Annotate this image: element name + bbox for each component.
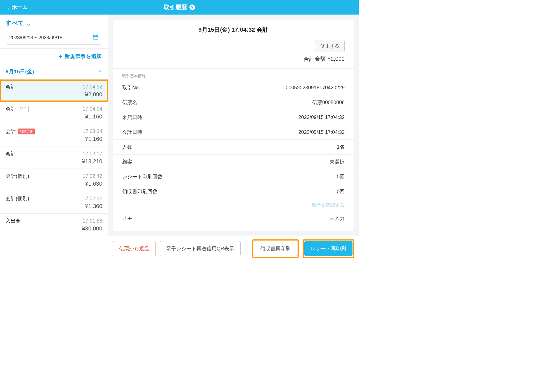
transaction-amount: ¥1,360 <box>6 203 102 209</box>
transaction-type: 会計訂正 <box>6 106 29 112</box>
info-value: 00052023​0915​1704​20229 <box>286 85 345 91</box>
total-amount: 合計金額 ¥2,090 <box>113 55 354 69</box>
info-label: 会計日時 <box>122 129 142 136</box>
date-range-input[interactable]: 2023/09/13 ~ 2023/09/15 <box>6 31 102 45</box>
status-badge: 削除済み <box>18 129 35 134</box>
info-value: 0回 <box>337 188 345 195</box>
chevron-left-icon <box>7 6 10 9</box>
info-section-title: 取引基本情報 <box>113 69 354 80</box>
detail-panel: 9月15日(金) 17:04:32 会計 修正する 合計金額 ¥2,090 取引… <box>108 15 359 261</box>
transaction-time: 17:04:32 <box>83 84 102 90</box>
memo-label: メモ <box>122 215 132 222</box>
transaction-amount: ¥1,630 <box>6 181 102 187</box>
edit-button[interactable]: 修正する <box>315 40 345 52</box>
transaction-row[interactable]: 会計訂正17:04:04¥1,160 <box>0 102 108 124</box>
transaction-amount: ¥1,160 <box>6 136 102 142</box>
transaction-row[interactable]: 入出金17:01:58¥30,000 <box>0 214 108 236</box>
transaction-type: 会計 <box>6 83 16 90</box>
page-title: 取引履歴 ? <box>164 3 195 11</box>
transaction-time: 17:03:34 <box>83 129 102 134</box>
info-value: 2023/09/15 17:04:32 <box>298 115 345 120</box>
info-value: 2023/09/15 17:04:32 <box>298 129 345 135</box>
scope-dropdown[interactable]: すべて <box>6 19 30 27</box>
transaction-time: 17:04:04 <box>83 106 102 112</box>
transaction-type: 入出金 <box>6 218 21 224</box>
back-home-button[interactable]: ホーム <box>7 4 28 11</box>
transaction-type: 会計 <box>6 150 16 157</box>
info-row: 会計日時2023/09/15 17:04:32 <box>113 125 354 140</box>
transaction-row[interactable]: 会計(個別)17:02:42¥1,630 <box>0 169 108 191</box>
transaction-row[interactable]: 会計削除済み17:03:34¥1,160 <box>0 124 108 146</box>
info-row: 来店日時2023/09/15 17:04:32 <box>113 110 354 125</box>
info-value: 1名 <box>337 144 345 150</box>
qr-resend-button[interactable]: 電子レシート再送信用QR表示 <box>160 241 241 256</box>
transaction-type: 会計(個別) <box>6 173 29 179</box>
transaction-type: 会計(個別) <box>6 195 29 202</box>
transaction-row[interactable]: 会計17:03:17¥13,210 <box>0 146 108 169</box>
date-section-header[interactable]: 9月15日(金) <box>0 64 108 80</box>
transaction-type: 会計削除済み <box>6 128 35 135</box>
sidebar: すべて 2023/09/13 ~ 2023/09/15 ＋ 新規伝票を追加 9月… <box>0 15 108 261</box>
info-label: 人数 <box>122 144 132 150</box>
info-row: 伝票名伝票00050006 <box>113 95 354 110</box>
info-label: 伝票名 <box>122 99 137 106</box>
scope-label: すべて <box>6 19 24 27</box>
transaction-amount: ¥30,000 <box>6 225 102 232</box>
transaction-time: 17:01:58 <box>83 218 102 224</box>
info-label: 来店日時 <box>122 114 142 121</box>
chevron-down-icon <box>27 21 30 25</box>
info-row: 人数1名 <box>113 140 354 155</box>
date-section-label: 9月15日(金) <box>6 68 34 75</box>
info-row: レシート印刷回数0回 <box>113 169 354 184</box>
date-range-text: 2023/09/13 ~ 2023/09/15 <box>9 35 62 41</box>
home-label: ホーム <box>12 4 28 11</box>
info-label: 領収書印刷回数 <box>122 188 157 195</box>
add-slip-button[interactable]: ＋ 新規伝票を追加 <box>0 48 108 64</box>
transaction-amount: ¥1,160 <box>6 113 102 120</box>
reprint-receipt-button[interactable]: 領収書再印刷 <box>254 241 297 256</box>
reprint-slip-button[interactable]: レシート再印刷 <box>304 241 353 256</box>
history-link[interactable]: 履歴を確認する <box>113 199 354 211</box>
status-badge: 訂正 <box>18 106 29 112</box>
info-label: レシート印刷回数 <box>122 173 163 180</box>
info-label: 取引No. <box>122 84 140 91</box>
title-text: 取引履歴 <box>164 3 187 11</box>
app-header: ホーム 取引履歴 ? <box>0 0 359 15</box>
info-label: 顧客 <box>122 158 132 165</box>
transaction-amount: ¥13,210 <box>6 158 102 165</box>
return-from-slip-button[interactable]: 伝票から返品 <box>113 241 156 256</box>
add-slip-label: ＋ 新規伝票を追加 <box>58 53 102 59</box>
info-row: 領収書印刷回数0回 <box>113 184 354 199</box>
calendar-icon <box>92 34 99 41</box>
transaction-time: 17:03:17 <box>83 151 102 157</box>
transaction-row[interactable]: 会計17:04:32¥2,090 <box>0 80 108 102</box>
help-icon[interactable]: ? <box>189 4 195 10</box>
transaction-row[interactable]: 会計(個別)17:02:32¥1,360 <box>0 191 108 214</box>
memo-row: メモ 未入力 <box>113 211 354 226</box>
svg-rect-0 <box>93 35 98 39</box>
transaction-time: 17:02:32 <box>83 196 102 202</box>
memo-value: 未入力 <box>330 215 345 222</box>
transaction-list: 会計17:04:32¥2,090会計訂正17:04:04¥1,160会計削除済み… <box>0 80 108 261</box>
info-value: 0回 <box>337 173 345 180</box>
detail-footer: 伝票から返品 電子レシート再送信用QR表示 領収書再印刷 レシート再印刷 <box>108 236 359 261</box>
info-row: 顧客未選択 <box>113 155 354 169</box>
transaction-time: 17:02:42 <box>83 173 102 179</box>
info-value: 未選択 <box>330 158 345 165</box>
detail-title: 9月15日(金) 17:04:32 会計 <box>113 26 354 34</box>
info-value: 伝票00050006 <box>312 99 345 106</box>
info-row: 取引No.00052023​0915​1704​20229 <box>113 80 354 95</box>
chevron-up-icon <box>98 69 102 75</box>
transaction-amount: ¥2,090 <box>6 91 102 98</box>
